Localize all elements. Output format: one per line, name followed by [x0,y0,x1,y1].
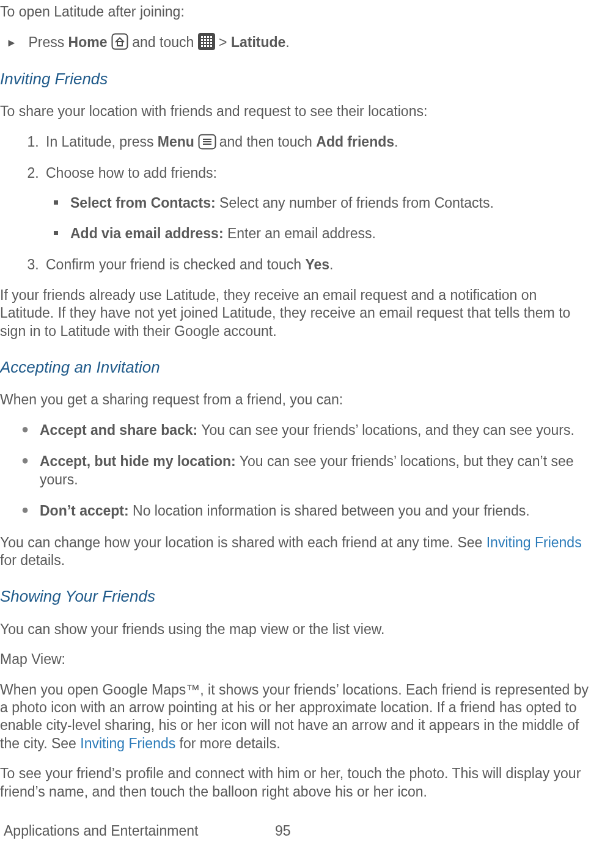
map-view-label: Map View: [0,651,591,668]
text: Select any number of friends from Contac… [216,195,494,211]
numbered-list: In Latitude, press Menu and then touch A… [0,133,591,274]
link-inviting-friends[interactable]: Inviting Friends [486,534,582,550]
text: In Latitude, press [46,134,158,150]
menu-label: Menu [158,134,194,150]
paragraph-open-latitude: To open Latitude after joining: [0,3,591,21]
text: for more details. [175,735,280,751]
svg-rect-8 [204,39,206,41]
svg-rect-11 [201,42,203,44]
text: No location information is shared betwee… [129,503,530,519]
list-item: Select from Contacts: Select any number … [70,194,591,212]
svg-rect-2 [198,33,215,50]
option-label: Add via email address: [70,225,224,241]
home-icon [111,33,128,50]
svg-rect-15 [201,45,203,47]
svg-rect-7 [201,39,203,41]
svg-rect-13 [207,42,209,44]
list-item: Accept, but hide my location: You can se… [40,453,591,489]
text: Choose how to add friends: [46,165,217,181]
paragraph: When you open Google Maps™, it shows you… [0,681,591,753]
svg-rect-9 [207,39,209,41]
svg-rect-10 [210,39,212,41]
page-footer: Applications and Entertainment 95 [4,822,578,840]
option-label: Select from Contacts: [70,195,216,211]
apps-grid-icon [198,33,215,50]
text: You can change how your location is shar… [0,534,486,550]
text: > [215,34,231,50]
list-item: Choose how to add friends: Select from C… [43,164,591,243]
heading-inviting-friends: Inviting Friends [0,69,591,89]
svg-rect-6 [210,36,212,38]
text: and then touch [215,134,316,150]
svg-rect-16 [204,45,206,47]
option-label: Don’t accept: [40,503,129,519]
heading-accepting-invitation: Accepting an Invitation [0,357,591,377]
arrow-list-item: Press Home and touch > L [24,33,591,51]
svg-rect-5 [207,36,209,38]
text: for details. [0,552,65,568]
arrow-list: Press Home and touch > L [0,33,591,51]
list-item: In Latitude, press Menu and then touch A… [43,133,591,151]
paragraph: To see your friend’s profile and connect… [0,765,591,801]
list-item: Confirm your friend is checked and touch… [43,256,591,274]
paragraph: You can change how your location is shar… [0,534,591,570]
add-friends-label: Add friends [316,134,394,150]
menu-icon [198,134,215,151]
svg-rect-17 [207,45,209,47]
text: . [329,257,333,272]
paragraph: You can show your friends using the map … [0,621,591,638]
latitude-label: Latitude [231,34,285,50]
text: . [394,134,398,150]
home-label: Home [68,34,108,50]
paragraph: When you get a sharing request from a fr… [0,391,591,409]
option-label: Accept, but hide my location: [40,453,236,469]
svg-rect-4 [204,36,206,38]
list-item: Accept and share back: You can see your … [40,421,591,439]
paragraph: To share your location with friends and … [0,103,591,120]
svg-rect-12 [204,42,206,44]
text: You can see your friends’ locations, and… [197,422,574,438]
footer-page-number: 95 [275,822,291,840]
text: . [285,34,289,50]
heading-showing-friends: Showing Your Friends [0,586,591,607]
svg-rect-1 [117,42,122,46]
link-inviting-friends[interactable]: Inviting Friends [80,735,175,751]
svg-rect-18 [210,45,212,47]
list-item: Add via email address: Enter an email ad… [70,225,591,243]
text: Press [28,34,68,50]
text: and touch [128,34,198,50]
text: Confirm your friend is checked and touch [46,257,305,272]
disc-list: Accept and share back: You can see your … [0,421,591,520]
yes-label: Yes [305,257,329,272]
svg-rect-3 [201,36,203,38]
footer-section: Applications and Entertainment [4,823,198,839]
svg-rect-14 [210,42,212,44]
paragraph: If your friends already use Latitude, th… [0,286,591,340]
square-list: Select from Contacts: Select any number … [46,194,591,243]
text: Enter an email address. [224,225,376,241]
option-label: Accept and share back: [40,422,197,438]
list-item: Don’t accept: No location information is… [40,502,591,520]
